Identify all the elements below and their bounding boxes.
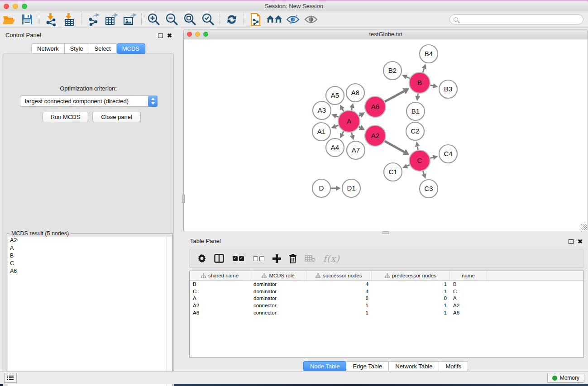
- import-network-button[interactable]: [43, 13, 59, 26]
- table-row[interactable]: Adominator80A: [190, 295, 583, 302]
- mcds-result-list[interactable]: A2ABCA6: [8, 237, 172, 386]
- result-item[interactable]: A6: [8, 267, 172, 275]
- column-header-predecessor-nodes[interactable]: predecessor nodes: [372, 271, 450, 280]
- table-row[interactable]: Cdominator41C: [190, 288, 583, 295]
- table-cell[interactable]: 0: [372, 295, 450, 301]
- graph-edge-A-A7[interactable]: [352, 132, 353, 135]
- open-session-button[interactable]: [1, 13, 17, 26]
- table-cell[interactable]: C: [450, 289, 487, 294]
- split-view-button[interactable]: [214, 254, 224, 263]
- column-header-name[interactable]: name: [450, 271, 487, 280]
- result-item[interactable]: A2: [8, 237, 172, 244]
- tab-style[interactable]: Style: [65, 43, 89, 54]
- tab-network[interactable]: Network: [31, 43, 65, 54]
- close-panel-button[interactable]: Close panel: [92, 112, 141, 122]
- tab-motifs[interactable]: Motifs: [439, 361, 468, 372]
- apply-function-button[interactable]: f(x): [323, 253, 340, 263]
- graph-edge-C-C3[interactable]: [423, 171, 424, 174]
- column-header-MCDS-role[interactable]: MCDS role: [250, 271, 306, 280]
- zoom-out-button[interactable]: [164, 13, 179, 26]
- table-cell[interactable]: 1: [372, 281, 450, 287]
- export-network-button[interactable]: [86, 13, 101, 26]
- table-cell[interactable]: 1: [372, 289, 450, 294]
- graph-edge-A6-B[interactable]: [385, 91, 404, 102]
- export-image-button[interactable]: [122, 13, 137, 26]
- hide-selected-button[interactable]: [285, 13, 301, 26]
- table-cell[interactable]: A6: [190, 310, 250, 315]
- tab-node-table[interactable]: Node Table: [303, 361, 347, 372]
- criterion-select[interactable]: largest connected component (directed): [20, 95, 158, 107]
- table-cell[interactable]: A6: [450, 310, 487, 315]
- bottom-splitter-handle[interactable]: [382, 231, 389, 234]
- add-column-button[interactable]: [272, 254, 281, 263]
- table-row[interactable]: A6connector11A6: [190, 309, 583, 316]
- graph-edge-C-C4[interactable]: [430, 157, 433, 158]
- table-cell[interactable]: dominator: [250, 295, 306, 301]
- zoom-in-button[interactable]: [146, 13, 161, 26]
- close-table-panel-icon[interactable]: ✖: [578, 238, 583, 245]
- graph-edge-A-A4[interactable]: [342, 131, 344, 134]
- table-cell[interactable]: 1: [306, 303, 372, 308]
- run-mcds-button[interactable]: Run MCDS: [43, 112, 88, 122]
- table-row[interactable]: A2connector11A2: [190, 302, 583, 309]
- fit-content-button[interactable]: [182, 13, 197, 26]
- float-panel-icon[interactable]: [158, 33, 163, 38]
- result-item[interactable]: B: [8, 252, 172, 260]
- graph-edge-B-B4[interactable]: [423, 68, 424, 72]
- table-cell[interactable]: 4: [306, 289, 372, 294]
- table-cell[interactable]: 1: [306, 310, 372, 315]
- graph-edge-B-B1[interactable]: [418, 94, 418, 96]
- search-input[interactable]: [458, 16, 583, 23]
- import-table-button[interactable]: [62, 13, 77, 26]
- table-cell[interactable]: 4: [306, 281, 372, 287]
- table-row[interactable]: Bdominator41B: [190, 281, 583, 288]
- table-settings-button[interactable]: [197, 254, 206, 263]
- graph-edge-A-A3[interactable]: [336, 116, 339, 117]
- network-canvas[interactable]: B4B2BB3A8A5A6A3B1AC2A1A2A4A7C4CC1C3DD1: [183, 39, 588, 231]
- float-table-panel-icon[interactable]: [569, 239, 574, 244]
- table-cell[interactable]: A: [450, 295, 487, 301]
- resize-grip-icon[interactable]: [581, 224, 587, 230]
- export-table-button[interactable]: [104, 13, 119, 26]
- task-history-button[interactable]: [4, 373, 17, 383]
- result-scrollbar[interactable]: [166, 237, 172, 386]
- graph-edge-A-A8[interactable]: [351, 108, 352, 110]
- network-graph[interactable]: B4B2BB3A8A5A6A3B1AC2A1A2A4A7C4CC1C3DD1: [184, 39, 587, 230]
- graph-edge-B-B3[interactable]: [430, 85, 433, 86]
- show-hidden-button[interactable]: [303, 13, 319, 26]
- delete-column-button[interactable]: [289, 254, 297, 263]
- graph-edge-A-A6[interactable]: [359, 115, 360, 116]
- table-cell[interactable]: A: [190, 295, 250, 301]
- graph-edge-A-A2[interactable]: [359, 127, 360, 128]
- table-cell[interactable]: C: [190, 289, 250, 294]
- network-window-titlebar[interactable]: testGlobe.txt: [183, 29, 588, 39]
- table-cell[interactable]: dominator: [250, 289, 306, 294]
- graph-edge-A-A1[interactable]: [336, 125, 339, 126]
- table-cell[interactable]: A2: [450, 303, 487, 308]
- column-header-shared-name[interactable]: shared name: [190, 271, 250, 280]
- close-panel-icon[interactable]: ✖: [167, 32, 172, 39]
- table-cell[interactable]: B: [450, 281, 487, 287]
- delete-table-button[interactable]: [305, 255, 316, 262]
- deselect-all-button[interactable]: [252, 256, 265, 261]
- table-cell[interactable]: connector: [250, 310, 306, 315]
- column-header-successor-nodes[interactable]: successor nodes: [306, 271, 372, 280]
- tab-edge-table[interactable]: Edge Table: [346, 361, 389, 372]
- graph-edge-B-B2[interactable]: [406, 77, 410, 78]
- network-file-button[interactable]: [248, 13, 263, 26]
- graph-edge-A-A5[interactable]: [342, 109, 344, 111]
- tab-mcds[interactable]: MCDS: [117, 43, 145, 54]
- table-cell[interactable]: dominator: [250, 281, 306, 287]
- table-cell[interactable]: 1: [372, 303, 450, 308]
- left-splitter-handle[interactable]: [182, 195, 185, 203]
- table-cell[interactable]: 1: [372, 310, 450, 315]
- home-overview-button[interactable]: [266, 13, 282, 26]
- graph-edge-A2-C[interactable]: [385, 141, 404, 152]
- save-session-button[interactable]: [19, 13, 35, 26]
- refresh-view-button[interactable]: [224, 13, 239, 26]
- result-item[interactable]: A: [8, 244, 172, 252]
- tab-network-table[interactable]: Network Table: [389, 361, 439, 372]
- graph-edge-C-C1[interactable]: [407, 165, 410, 166]
- table-cell[interactable]: A2: [190, 303, 250, 308]
- table-cell[interactable]: B: [190, 281, 250, 287]
